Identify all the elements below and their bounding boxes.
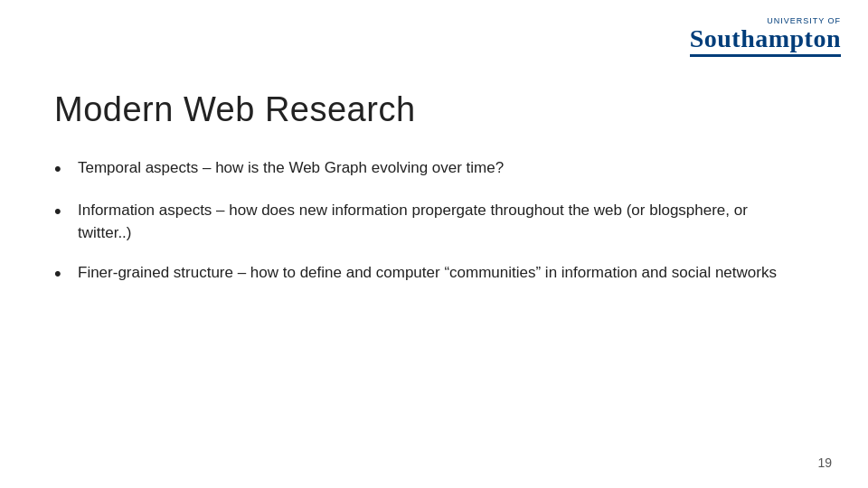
- bullet-text-2: Information aspects – how does new infor…: [78, 199, 796, 245]
- bullet-dot-2: •: [54, 199, 72, 225]
- bullet-item-1: • Temporal aspects – how is the Web Grap…: [54, 156, 796, 183]
- bullet-item-3: • Finer-grained structure – how to defin…: [54, 261, 796, 287]
- logo-underline: [690, 54, 841, 57]
- bullet-text-3: Finer-grained structure – how to define …: [78, 261, 796, 285]
- bullet-list: • Temporal aspects – how is the Web Grap…: [54, 156, 814, 286]
- page-title: Modern Web Research: [54, 90, 814, 129]
- bullet-text-1: Temporal aspects – how is the Web Graph …: [78, 156, 796, 180]
- university-name-label: Southampton: [690, 26, 841, 52]
- bullet-dot-1: •: [54, 156, 72, 183]
- bullet-item-2: • Information aspects – how does new inf…: [54, 199, 796, 245]
- bullet-dot-3: •: [54, 261, 72, 287]
- university-logo: UNIVERSITY OF Southampton: [690, 16, 841, 57]
- slide: UNIVERSITY OF Southampton Modern Web Res…: [0, 0, 868, 488]
- page-number: 19: [817, 455, 832, 470]
